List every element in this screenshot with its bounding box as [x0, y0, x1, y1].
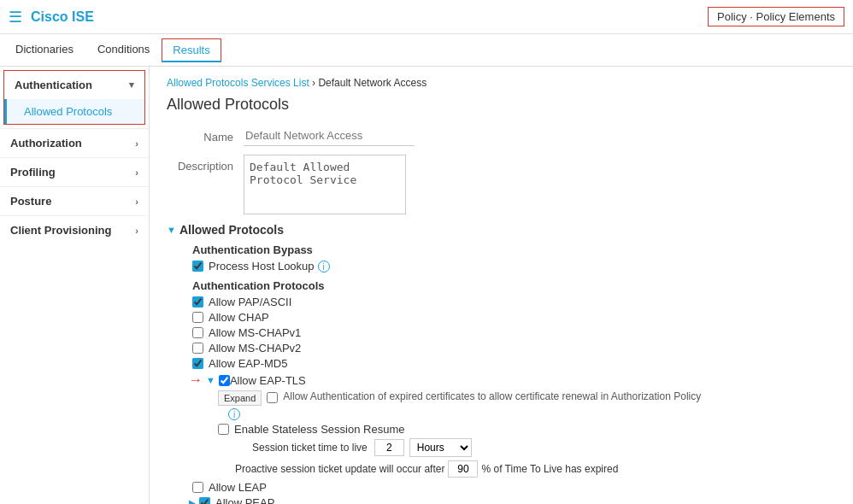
proactive-suffix-label: % of Time To Live has expired	[481, 463, 618, 475]
mschapv2-checkbox[interactable]	[192, 343, 203, 354]
tab-bar: Dictionaries Conditions Results	[0, 34, 853, 67]
pap-checkbox[interactable]	[192, 296, 203, 308]
eap-tls-label: Allow EAP-TLS	[230, 374, 306, 387]
sidebar: Authentication ▾ Allowed Protocols Autho…	[0, 67, 150, 504]
info-icon[interactable]: i	[318, 261, 330, 273]
protocol-eapmd5: Allow EAP-MD5	[192, 357, 836, 370]
eapmd5-checkbox[interactable]	[192, 358, 203, 369]
eap-tls-row: → ▼ Allow EAP-TLS	[189, 372, 836, 388]
sidebar-header-authentication[interactable]: Authentication ▾	[4, 71, 144, 99]
cert-renewal-label: Allow Authentication of expired certific…	[283, 390, 701, 402]
peap-checkbox[interactable]	[199, 497, 210, 504]
sidebar-label-client-provisioning: Client Provisioning	[10, 224, 111, 237]
stateless-checkbox[interactable]	[218, 424, 229, 435]
mschapv1-checkbox[interactable]	[192, 327, 203, 338]
protocol-mschapv2: Allow MS-CHAPv2	[192, 342, 836, 355]
session-ticket-row: Session ticket time to live Hours Minute…	[252, 438, 836, 457]
name-label: Name	[167, 126, 244, 144]
eapmd5-label: Allow EAP-MD5	[209, 357, 287, 370]
process-host-lookup-checkbox[interactable]	[192, 261, 203, 272]
description-label: Description	[167, 155, 244, 173]
sidebar-label-posture: Posture	[10, 195, 51, 208]
cert-renewal-checkbox[interactable]	[267, 392, 278, 403]
breadcrumb-current: Default Network Access	[318, 77, 426, 89]
eap-tls-triangle-icon[interactable]: ▼	[206, 375, 215, 385]
brand-logo: Cisco ISE	[31, 9, 94, 25]
hours-select[interactable]: Hours Minutes Days	[409, 438, 472, 457]
red-arrow-icon: →	[189, 372, 203, 388]
leap-label: Allow LEAP	[209, 481, 267, 494]
name-row: Name	[167, 126, 836, 146]
main-layout: Authentication ▾ Allowed Protocols Autho…	[0, 67, 853, 504]
collapse-triangle-icon: ▼	[167, 225, 176, 235]
auth-protocols-title: Authentication Protocols	[192, 279, 836, 292]
peap-triangle-icon[interactable]: ▶	[189, 498, 196, 504]
description-row: Description Default Allowed Protocol Ser…	[167, 155, 836, 214]
chevron-down-icon: ▾	[129, 79, 134, 91]
breadcrumb: Allowed Protocols Services List › Defaul…	[167, 77, 836, 89]
sidebar-item-allowed-protocols[interactable]: Allowed Protocols	[4, 99, 144, 124]
protocol-peap: ▶ Allow PEAP	[189, 496, 836, 504]
cert-renewal-row: Expand Allow Authentication of expired c…	[218, 390, 836, 406]
sidebar-label-authentication: Authentication	[15, 79, 92, 91]
leap-checkbox[interactable]	[192, 482, 203, 493]
chevron-right-icon: ›	[135, 167, 138, 178]
mschapv2-label: Allow MS-CHAPv2	[209, 342, 301, 355]
stateless-session-row: Enable Stateless Session Resume	[218, 423, 836, 436]
stateless-label: Enable Stateless Session Resume	[234, 423, 404, 436]
content-area: Allowed Protocols Services List › Defaul…	[150, 67, 853, 504]
protocol-leap: Allow LEAP	[192, 481, 836, 494]
allowed-protocols-header[interactable]: ▼ Allowed Protocols	[167, 223, 836, 237]
peap-label: Allow PEAP	[215, 496, 274, 504]
tab-conditions[interactable]: Conditions	[85, 36, 162, 64]
session-ticket-input[interactable]	[374, 439, 404, 456]
pap-label: Allow PAP/ASCII	[209, 296, 291, 308]
sidebar-item-posture[interactable]: Posture ›	[0, 186, 149, 215]
proactive-row: Proactive session ticket update will occ…	[235, 460, 836, 478]
eap-tls-checkbox[interactable]	[219, 375, 230, 386]
chevron-right-icon: ›	[135, 138, 138, 149]
proactive-input[interactable]	[448, 460, 478, 478]
expand-button[interactable]: Expand	[218, 390, 262, 406]
hamburger-icon[interactable]: ☰	[9, 8, 22, 26]
protocol-pap: Allow PAP/ASCII	[192, 296, 836, 308]
chevron-right-icon: ›	[135, 226, 138, 236]
protocol-chap: Allow CHAP	[192, 311, 836, 324]
sidebar-item-profiling[interactable]: Profiling ›	[0, 157, 149, 186]
description-textarea[interactable]: Default Allowed Protocol Service	[244, 155, 406, 214]
chap-label: Allow CHAP	[209, 311, 269, 324]
sidebar-item-authorization[interactable]: Authorization ›	[0, 128, 149, 157]
breadcrumb-link[interactable]: Allowed Protocols Services List	[167, 77, 309, 89]
process-host-lookup-item: Process Host Lookup i	[192, 260, 836, 273]
mschapv1-label: Allow MS-CHAPv1	[209, 326, 301, 339]
sidebar-item-client-provisioning[interactable]: Client Provisioning ›	[0, 215, 149, 244]
auth-bypass-title: Authentication Bypass	[192, 243, 836, 256]
chevron-right-icon: ›	[135, 196, 138, 207]
policy-badge: Policy · Policy Elements	[708, 7, 844, 26]
session-ticket-label: Session ticket time to live	[252, 442, 368, 454]
allowed-protocols-title: Allowed Protocols	[179, 223, 284, 237]
chap-checkbox[interactable]	[192, 312, 203, 323]
name-input[interactable]	[244, 126, 415, 146]
sidebar-label-authorization: Authorization	[10, 137, 82, 149]
tab-results[interactable]: Results	[162, 38, 221, 62]
page-title: Allowed Protocols	[167, 96, 836, 114]
top-bar: ☰ Cisco ISE Policy · Policy Elements	[0, 0, 853, 34]
protocol-mschapv1: Allow MS-CHAPv1	[192, 326, 836, 339]
sidebar-label-profiling: Profiling	[10, 166, 56, 179]
tab-dictionaries[interactable]: Dictionaries	[3, 36, 85, 64]
sidebar-section-authentication: Authentication ▾ Allowed Protocols	[3, 70, 145, 125]
cert-info-icon[interactable]: i	[228, 408, 240, 420]
process-host-lookup-label: Process Host Lookup	[209, 260, 315, 273]
proactive-prefix-label: Proactive session ticket update will occ…	[235, 463, 444, 475]
